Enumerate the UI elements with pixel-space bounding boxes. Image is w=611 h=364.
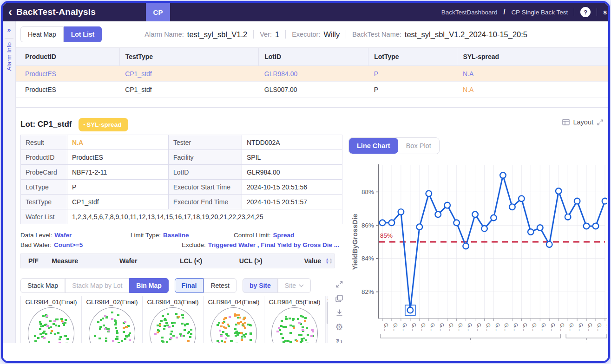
- expand-sidebar-icon[interactable]: »: [7, 26, 11, 33]
- chart-point[interactable]: [398, 209, 404, 215]
- sidebar-item-alarm-info[interactable]: Alarm Info: [6, 42, 13, 71]
- wafer-map[interactable]: [271, 307, 318, 343]
- filter-value[interactable]: Baseline: [163, 232, 189, 239]
- filter-value[interactable]: Triggered Wafer , Final Yield by Gross D…: [208, 241, 339, 248]
- column-header-lottype[interactable]: LotType: [368, 48, 457, 66]
- table-row[interactable]: ProductESCP1_stdfGLS018.00PN.A: [16, 98, 608, 103]
- sort-desc-icon[interactable]: ▼: [325, 261, 329, 264]
- wafer-card[interactable]: GLR984_03(Final): [143, 296, 204, 343]
- wafer-map[interactable]: [89, 307, 135, 343]
- tab-stack-map-by-lot[interactable]: Stack Map by Lot: [65, 278, 129, 293]
- column-header-productid[interactable]: ProductID: [16, 48, 119, 66]
- table-scroll-arrows[interactable]: ▲▼: [329, 258, 333, 264]
- table-cell[interactable]: GLR984.00: [259, 66, 368, 82]
- column-header-p-f[interactable]: P/F: [21, 257, 46, 265]
- tab-cp[interactable]: CP: [146, 3, 170, 21]
- wafer-card[interactable]: GLR984_02(Final): [82, 296, 143, 343]
- table-row[interactable]: ProductESCP1_stdfGLR984.00PN.A: [16, 66, 608, 82]
- column-header-syl-spread[interactable]: SYL-spread: [457, 48, 608, 66]
- tab-box-plot[interactable]: Box Plot: [398, 138, 439, 154]
- refresh-icon[interactable]: ↻: [335, 338, 343, 343]
- scrollbar-thumb[interactable]: [327, 302, 328, 324]
- breadcrumb-dashboard[interactable]: BackTestDashboard: [441, 9, 498, 16]
- table-cell[interactable]: CP1_stdf: [119, 66, 259, 82]
- table-cell[interactable]: ProductES: [16, 66, 119, 82]
- layout-icon[interactable]: [562, 119, 570, 125]
- chart-point[interactable]: [481, 226, 487, 232]
- filter-value[interactable]: Wafer: [54, 232, 72, 239]
- chart-point[interactable]: [509, 204, 515, 210]
- table-cell[interactable]: ProductES: [16, 98, 119, 103]
- wafer-map[interactable]: [210, 307, 257, 343]
- column-header-value[interactable]: Value: [299, 257, 322, 265]
- chart-point[interactable]: [593, 223, 599, 229]
- scroll-down-icon[interactable]: ▼: [329, 261, 333, 264]
- column-header-wafer[interactable]: Wafer: [114, 257, 174, 265]
- table-cell[interactable]: CP1_stdf: [119, 82, 259, 98]
- table-cell[interactable]: GLS018.00: [259, 98, 368, 103]
- chart-point[interactable]: [463, 243, 469, 249]
- table-cell[interactable]: CP1_stdf: [119, 98, 259, 103]
- site-dropdown[interactable]: Site: [278, 278, 311, 293]
- table-cell[interactable]: P: [368, 66, 457, 82]
- tab-bin-map[interactable]: Bin Map: [129, 278, 168, 293]
- table-cell[interactable]: P: [368, 82, 457, 98]
- chart-point[interactable]: [528, 229, 534, 235]
- chart-point[interactable]: [453, 220, 460, 226]
- tab-stack-map[interactable]: Stack Map: [20, 278, 65, 293]
- column-header-ucl[interactable]: UCL (>): [234, 257, 299, 265]
- back-icon[interactable]: ‹: [8, 7, 12, 17]
- wafer-card[interactable]: GLR984_04(Final): [204, 296, 264, 343]
- table-cell[interactable]: ProductES: [16, 82, 119, 98]
- column-header-lcl[interactable]: LCL (<): [174, 257, 234, 265]
- table-row[interactable]: ProductESCP1_stdfGLS007.00PN.A: [16, 82, 608, 98]
- column-header-measure[interactable]: Measure: [46, 257, 114, 265]
- wafer-scrollbar[interactable]: ▲: [325, 296, 328, 343]
- chart-point[interactable]: [435, 212, 441, 218]
- filter-value[interactable]: Spread: [273, 232, 295, 239]
- wafer-map[interactable]: [150, 307, 196, 343]
- wafer-card[interactable]: GLR984_01(Final): [21, 296, 82, 343]
- tab-final[interactable]: Final: [175, 278, 204, 293]
- table-cell[interactable]: N.A: [457, 66, 608, 82]
- chart-point[interactable]: [519, 195, 525, 202]
- chart-point[interactable]: [556, 188, 562, 194]
- table-cell[interactable]: N.A: [457, 82, 608, 98]
- chart-point[interactable]: [407, 307, 414, 313]
- tab-lot-list[interactable]: Lot List: [64, 26, 102, 42]
- chart-point[interactable]: [491, 215, 497, 221]
- column-header-testtype[interactable]: TestType: [119, 48, 259, 66]
- chart-point[interactable]: [417, 224, 423, 230]
- chart-point[interactable]: [500, 172, 506, 178]
- sort-icons[interactable]: ▲▼: [325, 258, 329, 264]
- filter-value[interactable]: Count>=5: [54, 241, 83, 248]
- chart-point[interactable]: [389, 220, 395, 226]
- user-menu-partial[interactable]: s: [603, 8, 607, 16]
- column-header-lotid[interactable]: LotID: [259, 48, 368, 66]
- chart-point[interactable]: [537, 225, 543, 231]
- chart-point[interactable]: [426, 191, 432, 197]
- chart-point[interactable]: [546, 241, 552, 247]
- help-icon[interactable]: ?: [580, 7, 591, 17]
- tab-by-site[interactable]: by Site: [243, 278, 278, 293]
- table-cell[interactable]: GLS007.00: [259, 82, 368, 98]
- chart-point[interactable]: [444, 202, 450, 208]
- expand-icon[interactable]: [597, 119, 604, 126]
- gear-icon[interactable]: ⚙: [335, 323, 343, 332]
- scroll-up-icon[interactable]: ▲: [327, 296, 328, 300]
- layout-label[interactable]: Layout: [573, 118, 593, 126]
- chart-point[interactable]: [472, 212, 478, 218]
- download-icon[interactable]: [335, 309, 343, 317]
- tab-line-chart[interactable]: Line Chart: [349, 138, 398, 154]
- chart-point[interactable]: [602, 198, 607, 204]
- tab-retest[interactable]: Retest: [204, 278, 236, 293]
- copy-icon[interactable]: [335, 294, 343, 303]
- chart-point[interactable]: [565, 214, 571, 220]
- tab-heat-map[interactable]: Heat Map: [20, 26, 64, 42]
- chart-point[interactable]: [574, 198, 580, 204]
- expand-icon[interactable]: [335, 280, 343, 288]
- chart-point[interactable]: [584, 223, 590, 229]
- table-cell[interactable]: N.A: [457, 98, 608, 103]
- table-cell[interactable]: P: [368, 98, 457, 103]
- chart-point[interactable]: [380, 220, 386, 226]
